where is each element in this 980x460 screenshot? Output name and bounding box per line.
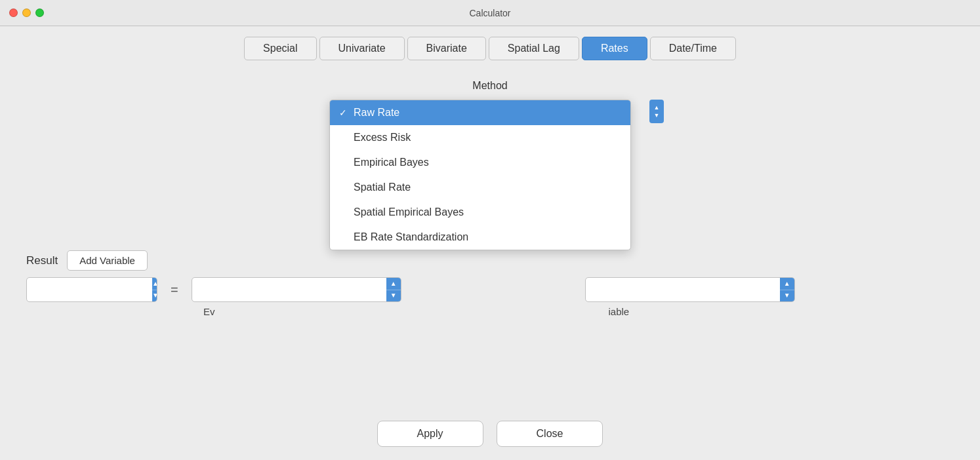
stepper-down-icon: ▼: [654, 112, 660, 119]
tab-rates[interactable]: Rates: [582, 37, 647, 60]
event-stepper-down[interactable]: ▼: [386, 290, 401, 302]
variable-input[interactable]: [586, 284, 780, 295]
equation-row: ▲ ▼ = ▲ ▼ ▲: [0, 277, 795, 302]
stepper-up-icon: ▲: [654, 104, 660, 111]
event-stepper-buttons: ▲ ▼: [386, 278, 401, 301]
dropdown-item-spatial-rate[interactable]: Spatial Rate: [330, 175, 630, 200]
result-stepper-up[interactable]: ▲: [152, 278, 157, 290]
variable-input-stepper[interactable]: ▲ ▼: [585, 277, 795, 302]
apply-button[interactable]: Apply: [377, 421, 483, 447]
minimize-button[interactable]: [22, 9, 31, 17]
dropdown-item-raw-rate[interactable]: ✓ Raw Rate: [330, 100, 630, 125]
window-title: Calculator: [469, 8, 510, 18]
tab-special[interactable]: Special: [244, 37, 316, 60]
tab-univariate[interactable]: Univariate: [319, 37, 405, 60]
main-area: Method ✓ Raw Rate Excess Risk Empirica: [0, 73, 980, 317]
variable-stepper-up[interactable]: ▲: [780, 278, 794, 290]
result-stepper-buttons: ▲ ▼: [152, 278, 157, 301]
method-label: Method: [472, 80, 507, 92]
result-row: Result Add Variable: [0, 250, 148, 271]
dropdown-item-eb-rate[interactable]: EB Rate Standardization: [330, 225, 630, 250]
variable-stepper-down[interactable]: ▼: [780, 290, 794, 302]
result-input[interactable]: [27, 284, 152, 295]
title-bar: Calculator: [0, 0, 980, 26]
method-dropdown-menu: ✓ Raw Rate Excess Risk Empirical Bayes S…: [329, 100, 631, 250]
variable-col-label: iable: [609, 306, 630, 317]
equals-sign: =: [171, 282, 178, 297]
dropdown-item-excess-risk[interactable]: Excess Risk: [330, 125, 630, 150]
tab-bar: Special Univariate Bivariate Spatial Lag…: [243, 37, 737, 60]
method-dropdown-stepper[interactable]: ▲ ▼: [649, 100, 664, 123]
event-stepper-up[interactable]: ▲: [386, 278, 401, 290]
tab-bivariate[interactable]: Bivariate: [407, 37, 486, 60]
dropdown-item-spatial-empirical-bayes[interactable]: Spatial Empirical Bayes: [330, 200, 630, 225]
result-input-stepper[interactable]: ▲ ▼: [26, 277, 157, 302]
dropdown-item-empirical-bayes[interactable]: Empirical Bayes: [330, 150, 630, 175]
event-col-label: Ev: [203, 306, 215, 317]
tab-datetime[interactable]: Date/Time: [650, 37, 736, 60]
traffic-lights: [9, 9, 44, 17]
checkmark-icon: ✓: [339, 107, 347, 118]
event-input-stepper[interactable]: ▲ ▼: [192, 277, 401, 302]
rates-content: Method ✓ Raw Rate Excess Risk Empirica: [0, 73, 980, 408]
close-button[interactable]: [9, 9, 18, 17]
bottom-bar: Apply Close: [0, 408, 980, 460]
maximize-button[interactable]: [35, 9, 44, 17]
event-input[interactable]: [192, 284, 386, 295]
ev-label-row: Ev iable: [0, 306, 629, 317]
tab-spatial-lag[interactable]: Spatial Lag: [489, 37, 579, 60]
result-label: Result: [26, 254, 58, 267]
add-variable-button[interactable]: Add Variable: [67, 250, 148, 271]
result-stepper-down[interactable]: ▼: [152, 290, 157, 302]
window-content: Special Univariate Bivariate Spatial Lag…: [0, 26, 980, 408]
variable-stepper-buttons: ▲ ▼: [780, 278, 794, 301]
close-button[interactable]: Close: [497, 421, 603, 447]
